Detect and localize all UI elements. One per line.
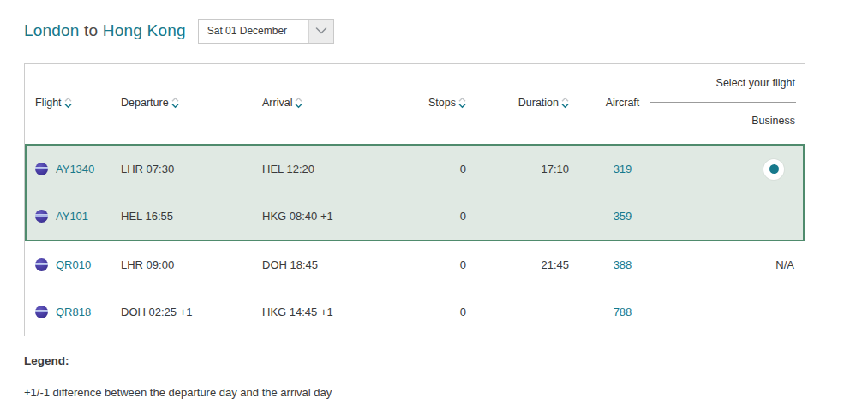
table-header: Select your flight Business Flight Depar… [25,64,805,144]
airline-logo-icon [35,210,48,223]
aircraft-link[interactable]: 359 [569,210,676,223]
departure-cell: LHR 09:00 [121,258,262,271]
origin-city: London [24,21,80,39]
legend-section: Legend: +1/-1 difference between the dep… [24,354,868,399]
table-row[interactable]: QR818 DOH 02:25 +1 HKG 14:45 +1 0 788 [25,288,805,336]
sort-icon[interactable] [171,97,179,109]
airline-logo-icon [35,258,48,271]
airline-logo-icon [35,163,48,175]
column-header-stops[interactable]: Stops [423,97,466,109]
departure-cell: LHR 07:30 [121,163,262,175]
selected-flight-group: AY1340 LHR 07:30 HEL 12:20 0 17:10 319 A… [25,144,805,241]
flight-cell: AY1340 [35,163,121,175]
legend-text: +1/-1 difference between the departure d… [24,386,868,399]
flight-number-link[interactable]: AY1340 [56,163,94,175]
title-connector: to [84,21,98,39]
legend-heading: Legend: [24,354,868,367]
arrival-cell: DOH 18:45 [262,258,423,271]
date-select[interactable]: Sat 01 December [198,19,334,44]
departure-cell: DOH 02:25 +1 [121,306,262,318]
radio-dot [769,164,779,174]
flight-cell: AY101 [35,210,121,223]
flight-number-link[interactable]: QR010 [56,258,91,271]
column-header-duration[interactable]: Duration [466,97,569,109]
departure-cell: HEL 16:55 [121,210,262,223]
destination-city: Hong Kong [103,21,186,39]
table-row[interactable]: QR010 LHR 09:00 DOH 18:45 0 21:45 388 N/… [25,241,805,288]
select-your-flight-label: Select your flight [716,77,795,89]
sort-icon[interactable] [295,97,302,109]
flights-table: Select your flight Business Flight Depar… [24,63,805,336]
sort-icon[interactable] [64,97,72,109]
business-na-label: N/A [775,258,794,271]
stops-cell: 0 [423,258,466,271]
aircraft-link[interactable]: 788 [569,306,676,318]
flight-cell: QR010 [35,258,121,271]
flight-results-page: London to Hong Kong Sat 01 December Sele… [0,0,868,399]
sort-icon[interactable] [458,97,466,109]
sort-icon[interactable] [561,97,569,109]
airline-logo-icon [35,306,48,318]
arrival-cell: HKG 14:45 +1 [262,306,423,318]
aircraft-link[interactable]: 388 [569,258,676,271]
stops-cell: 0 [423,210,466,223]
route-header: London to Hong Kong Sat 01 December [24,17,868,45]
business-column-label: Business [751,115,795,127]
duration-cell: 21:45 [466,258,569,271]
page-title: London to Hong Kong [24,21,186,40]
column-header-arrival[interactable]: Arrival [262,97,423,109]
column-header-departure[interactable]: Departure [121,97,262,109]
duration-cell: 17:10 [466,163,569,175]
column-header-flight[interactable]: Flight [35,97,121,109]
table-row[interactable]: AY1340 LHR 07:30 HEL 12:20 0 17:10 319 [27,146,803,193]
stops-cell: 0 [423,163,466,175]
flight-cell: QR818 [35,306,121,318]
chevron-down-icon [308,20,333,43]
aircraft-link[interactable]: 319 [569,163,676,175]
arrival-cell: HEL 12:20 [262,163,423,175]
flight-number-link[interactable]: AY101 [56,210,88,223]
business-cell: N/A [676,258,796,271]
date-select-value: Sat 01 December [199,20,308,43]
arrival-cell: HKG 08:40 +1 [262,210,423,223]
stops-cell: 0 [423,306,466,318]
flight-number-link[interactable]: QR818 [56,306,91,318]
column-headers: Flight Departure Arrival Stops Duration [25,92,805,113]
column-header-aircraft: Aircraft [569,97,676,109]
business-cell [676,159,796,180]
table-row[interactable]: AY101 HEL 16:55 HKG 08:40 +1 0 359 [27,193,803,240]
business-radio-selected[interactable] [763,159,784,180]
